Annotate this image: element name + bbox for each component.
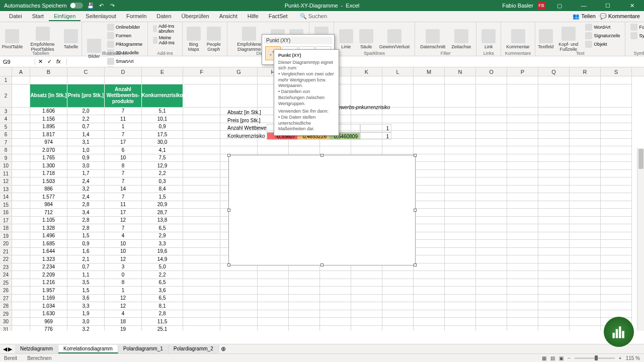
row-header-29[interactable]: 29 <box>0 310 12 318</box>
cell-B31[interactable]: 776 <box>30 326 67 331</box>
cell-Q18[interactable] <box>538 224 570 232</box>
ribbon-add-ins-abrufen[interactable]: Add-Ins abrufen <box>151 23 179 34</box>
cell-P21[interactable] <box>507 248 538 256</box>
ribbon-formel[interactable]: Formel <box>628 23 644 31</box>
col-header-O[interactable]: O <box>476 67 507 76</box>
view-pagebreak-icon[interactable]: ▣ <box>559 355 564 361</box>
menu-hilfe[interactable]: Hilfe <box>243 12 264 21</box>
cell-A8[interactable] <box>12 146 30 154</box>
cell-D17[interactable]: 12 <box>105 217 142 225</box>
cell-P1[interactable] <box>507 76 538 84</box>
ribbon-signaturzeile[interactable]: Signaturzeile <box>583 32 622 40</box>
cell-F17[interactable] <box>183 217 220 225</box>
cell-A16[interactable] <box>12 209 30 217</box>
ribbon-link[interactable]: Link <box>479 23 498 55</box>
cell-B7[interactable]: 974 <box>30 139 67 147</box>
cell-B30[interactable]: 969 <box>30 318 67 326</box>
cell-R8[interactable] <box>570 146 601 154</box>
cell-M2[interactable] <box>414 84 445 108</box>
cell-Q21[interactable] <box>538 248 570 256</box>
row-header-24[interactable]: 24 <box>0 271 12 279</box>
cell-I8[interactable] <box>289 146 320 154</box>
resize-handle[interactable] <box>414 154 417 157</box>
cell-M21[interactable] <box>414 248 445 256</box>
cell-B13[interactable]: 886 <box>30 186 67 194</box>
cell-P13[interactable] <box>507 186 538 194</box>
cell-K30[interactable] <box>351 318 382 326</box>
close-button[interactable]: ✕ <box>622 0 642 11</box>
cell-S24[interactable] <box>601 271 632 279</box>
menu-seitenlayout[interactable]: Seitenlayout <box>80 12 121 21</box>
cell-B28[interactable]: 1.034 <box>30 302 67 310</box>
cell-K24[interactable] <box>351 271 382 279</box>
maximize-button[interactable]: ☐ <box>598 0 618 11</box>
cell-B2[interactable]: Absatz [in Stk.] <box>30 84 67 108</box>
cell-P2[interactable] <box>507 84 538 108</box>
cell-S1[interactable] <box>601 76 632 84</box>
cell-E20[interactable]: 3,3 <box>142 240 183 248</box>
cell-N23[interactable] <box>445 263 476 272</box>
cell-D25[interactable]: 8 <box>105 279 142 287</box>
name-box[interactable]: G9 <box>0 59 35 65</box>
cell-M16[interactable] <box>414 209 445 217</box>
cell-F25[interactable] <box>183 279 220 287</box>
row-header-26[interactable]: 26 <box>0 287 12 295</box>
cell-B5[interactable]: 1.895 <box>30 123 67 131</box>
cell-Q31[interactable] <box>538 326 570 331</box>
undo-icon[interactable]: ↶ <box>98 2 105 9</box>
cell-Q20[interactable] <box>538 240 570 248</box>
cell-R28[interactable] <box>570 302 601 310</box>
cell-S20[interactable] <box>601 240 632 248</box>
cell-G31[interactable] <box>220 326 258 331</box>
cell-H24[interactable] <box>258 271 289 279</box>
cell-M30[interactable] <box>414 318 445 326</box>
cell-N25[interactable] <box>445 279 476 287</box>
cell-O25[interactable] <box>476 279 507 287</box>
ribbon-zeitachse[interactable]: Zeitachse <box>449 23 473 55</box>
col-header-C[interactable]: C <box>67 67 105 76</box>
minimize-button[interactable]: — <box>574 0 594 11</box>
cell-C5[interactable]: 0,7 <box>67 123 105 131</box>
cell-F12[interactable] <box>183 177 220 186</box>
cell-O23[interactable] <box>476 263 507 272</box>
cell-E22[interactable]: 14,9 <box>142 255 183 263</box>
ribbon-linie[interactable]: Linie <box>337 23 355 55</box>
cell-F23[interactable] <box>183 263 220 272</box>
cell-A13[interactable] <box>12 186 30 194</box>
cell-L29[interactable] <box>382 310 414 318</box>
cell-N20[interactable] <box>445 240 476 248</box>
cell-P5[interactable] <box>507 123 538 131</box>
cell-P14[interactable] <box>507 193 538 201</box>
cell-B6[interactable]: 1.817 <box>30 131 67 139</box>
cell-A11[interactable] <box>12 170 30 178</box>
cell-O24[interactable] <box>476 271 507 279</box>
cell-E24[interactable]: 2,2 <box>142 271 183 279</box>
cell-R1[interactable] <box>570 76 601 84</box>
cell-O11[interactable] <box>476 170 507 178</box>
cell-Q1[interactable] <box>538 76 570 84</box>
cell-F5[interactable] <box>183 123 220 131</box>
cell-P20[interactable] <box>507 240 538 248</box>
cell-J28[interactable] <box>320 302 351 310</box>
cell-D10[interactable]: 8 <box>105 162 142 170</box>
cell-B23[interactable]: 2.234 <box>30 263 67 272</box>
cell-H29[interactable] <box>258 310 289 318</box>
cell-J25[interactable] <box>320 279 351 287</box>
menu-factset[interactable]: FactSet <box>264 12 293 21</box>
ribbon-tabelle[interactable]: Tabelle <box>63 23 78 55</box>
zoom-out-button[interactable]: − <box>568 355 571 361</box>
cell-S22[interactable] <box>601 255 632 263</box>
cell-B15[interactable]: 984 <box>30 201 67 209</box>
ribbon-kopf--und-fu-zeile[interactable]: Kopf- und Fußzeile <box>555 23 582 55</box>
cell-Q8[interactable] <box>538 146 570 154</box>
menu-einfügen[interactable]: Einfügen <box>49 12 80 21</box>
cell-R19[interactable] <box>570 232 601 240</box>
zoom-level[interactable]: 115 % <box>626 355 640 361</box>
cell-C17[interactable]: 2,8 <box>67 217 105 225</box>
cell-E14[interactable]: 1,5 <box>142 193 183 201</box>
cell-R6[interactable] <box>570 131 601 139</box>
cell-D1[interactable] <box>105 76 142 84</box>
cell-O30[interactable] <box>476 318 507 326</box>
cell-J8[interactable] <box>320 146 351 154</box>
cell-C31[interactable]: 3,2 <box>67 326 105 331</box>
